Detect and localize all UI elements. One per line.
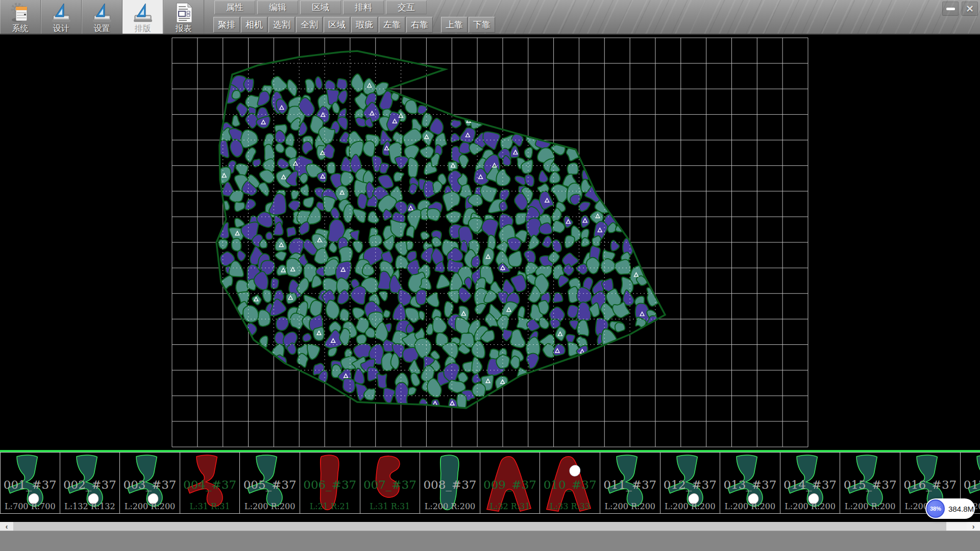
horizontal-scrollbar[interactable]: ‹ › xyxy=(0,522,980,531)
thumbnail-cell[interactable]: 012_#37L:200 R:200 xyxy=(660,452,721,514)
thumbnail-cell[interactable]: 009_#37L:32 R:31 xyxy=(480,452,541,514)
thumbnail-cell[interactable]: 006_#37L:21 R:21 xyxy=(300,452,360,514)
part-shape xyxy=(605,454,654,513)
app-layout[interactable]: 排版 xyxy=(122,0,163,34)
part-shape xyxy=(425,454,474,513)
menu-edit[interactable]: 编辑 xyxy=(257,1,298,14)
thumbnail-cell[interactable]: 014_#37L:200 R:200 xyxy=(780,452,841,514)
app-label: 系统 xyxy=(12,24,29,33)
app-design[interactable]: 设计 xyxy=(41,0,82,34)
minimize-icon xyxy=(946,8,955,10)
menu-nesting[interactable]: 排料 xyxy=(343,1,384,14)
scrollbar-thumb[interactable] xyxy=(13,522,946,531)
ribbon-hatch-texture xyxy=(427,0,980,34)
part-shape xyxy=(5,454,54,513)
close-icon: × xyxy=(966,3,973,14)
app-window: 系统设计设置排版报表 属性编辑区域排料交互 聚排相机选割全割区域瑕疵左靠右靠上靠… xyxy=(0,0,980,551)
part-shape xyxy=(365,454,414,513)
tool-camera[interactable]: 相机 xyxy=(241,17,267,33)
progress-percent: 38% xyxy=(930,506,941,512)
tool-align-top[interactable]: 上靠 xyxy=(441,17,468,33)
tool-align-right[interactable]: 右靠 xyxy=(406,17,433,33)
thumbnail-cell[interactable]: 003_#37L:200 R:200 xyxy=(120,452,180,514)
tool-select-cut[interactable]: 选割 xyxy=(268,17,295,33)
set-square-icon xyxy=(50,2,72,24)
tool-cut-all[interactable]: 全割 xyxy=(296,17,323,33)
app-label: 设置 xyxy=(94,24,110,33)
app-system[interactable]: 系统 xyxy=(0,0,41,34)
menu-properties[interactable]: 属性 xyxy=(214,1,255,14)
thumbnail-cell[interactable]: 002_#37L:132 R:132 xyxy=(60,452,120,514)
set-square-icon xyxy=(132,2,154,24)
thumbnail-cell[interactable]: 001_#37L:700 R:700 xyxy=(0,452,60,514)
tool-bar: 聚排相机选割全割区域瑕疵左靠右靠上靠下靠 xyxy=(213,17,495,33)
parts-thumbnail-strip: 001_#37L:700 R:700002_#37L:132 R:132003_… xyxy=(0,452,980,514)
part-shape xyxy=(485,454,534,513)
tool-defect[interactable]: 瑕疵 xyxy=(351,17,378,33)
tool-align-bottom[interactable]: 下靠 xyxy=(469,17,495,33)
menu-region[interactable]: 区域 xyxy=(300,1,341,14)
progress-circle: 38% xyxy=(926,499,945,518)
part-shape xyxy=(785,454,834,513)
report-icon xyxy=(173,2,195,24)
tool-region[interactable]: 区域 xyxy=(324,17,350,33)
ribbon-toolbar: 系统设计设置排版报表 属性编辑区域排料交互 聚排相机选割全割区域瑕疵左靠右靠上靠… xyxy=(0,0,980,35)
part-shape xyxy=(725,454,774,513)
app-label: 排版 xyxy=(135,24,151,33)
minimize-button[interactable] xyxy=(942,2,959,16)
thumbnail-cell[interactable]: 011_#37L:200 R:200 xyxy=(600,452,660,514)
part-shape xyxy=(845,454,894,513)
scroll-left-button[interactable]: ‹ xyxy=(0,522,13,531)
status-bar xyxy=(0,531,980,551)
tool-cluster-nest[interactable]: 聚排 xyxy=(213,17,240,33)
menu-interaction[interactable]: 交互 xyxy=(386,1,427,14)
thumbnail-cell[interactable]: 013_#37L:200 R:200 xyxy=(720,452,780,514)
window-controls: × xyxy=(942,2,978,16)
app-settings[interactable]: 设置 xyxy=(82,0,122,34)
thumbnail-cell[interactable]: 007_#37L:31 R:31 xyxy=(360,452,421,514)
memory-size: 384.8M xyxy=(948,505,974,513)
part-shape xyxy=(545,454,594,513)
nesting-canvas-svg xyxy=(0,35,980,450)
part-shape xyxy=(185,454,234,513)
gear-notebook-icon xyxy=(9,2,32,24)
thumbnail-cell[interactable]: 004_#37L:31 R:31 xyxy=(180,452,240,514)
part-shape xyxy=(244,454,293,513)
tool-align-left[interactable]: 左靠 xyxy=(379,17,405,33)
thumbnail-cell[interactable]: 008_#37L:200 R:200 xyxy=(420,452,480,514)
app-switcher: 系统设计设置排版报表 xyxy=(0,0,204,34)
nesting-canvas[interactable] xyxy=(0,35,980,450)
usage-pill: 38% 384.8M xyxy=(925,498,975,519)
thumbnail-cell[interactable]: 005_#37L:200 R:200 xyxy=(240,452,300,514)
part-shape xyxy=(665,454,714,513)
part-shape xyxy=(125,454,174,513)
part-shape xyxy=(65,454,114,513)
app-report[interactable]: 报表 xyxy=(163,0,204,34)
thumbnail-cell[interactable]: 015_#37L:200 R:200 xyxy=(840,452,900,514)
scroll-right-button[interactable]: › xyxy=(967,522,980,531)
app-label: 设计 xyxy=(53,24,69,33)
set-square-icon xyxy=(91,2,113,24)
thumbnail-cell[interactable]: 010_#37L:33 R:33 xyxy=(540,452,600,514)
menu-bar: 属性编辑区域排料交互 xyxy=(214,1,427,14)
part-shape xyxy=(305,454,354,513)
close-button[interactable]: × xyxy=(962,2,978,16)
app-label: 报表 xyxy=(176,24,192,33)
